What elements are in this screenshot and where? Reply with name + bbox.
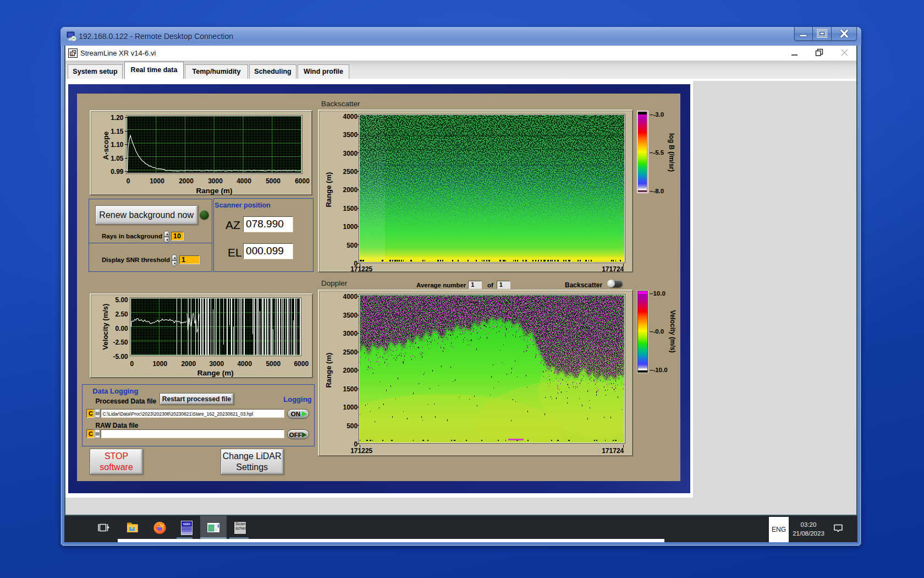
svg-text:SEEK: SEEK	[183, 522, 191, 526]
